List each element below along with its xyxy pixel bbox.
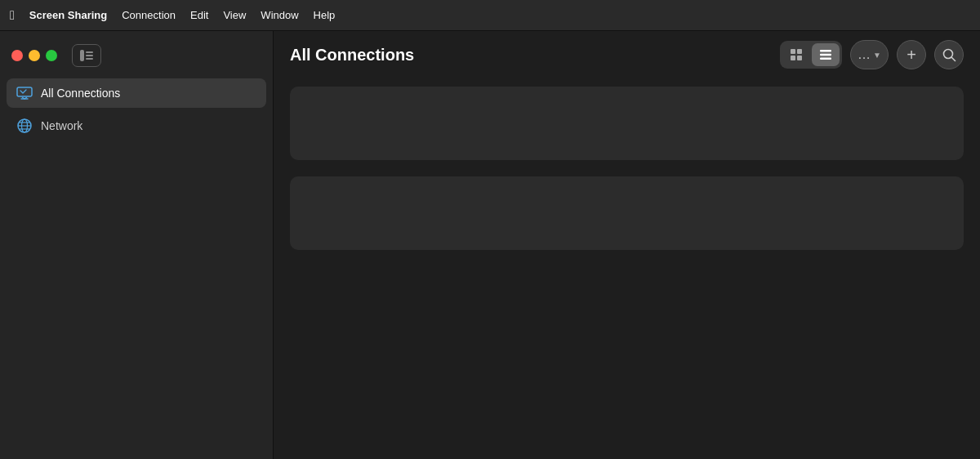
- grid-icon: [790, 48, 803, 61]
- menubar-connection[interactable]: Connection: [122, 9, 176, 21]
- sidebar: All Connections Network: [0, 31, 274, 459]
- menubar-help[interactable]: Help: [314, 9, 336, 21]
- add-button[interactable]: +: [897, 40, 926, 69]
- svg-rect-10: [797, 56, 802, 60]
- connection-card-1[interactable]: [290, 87, 964, 160]
- menubar:  Screen Sharing Connection Edit View Wi…: [0, 0, 980, 31]
- sidebar-toolbar: [0, 39, 273, 78]
- svg-rect-3: [86, 58, 93, 60]
- grid-view-button[interactable]: [782, 43, 810, 66]
- more-options-icon: …: [858, 47, 871, 62]
- svg-rect-0: [80, 50, 84, 61]
- apple-menu[interactable]: : [10, 8, 15, 23]
- content-toolbar: All Connections: [274, 31, 980, 78]
- sidebar-navigation: All Connections Network: [0, 78, 273, 140]
- page-title: All Connections: [290, 46, 414, 65]
- list-icon: [819, 48, 832, 61]
- connection-card-2[interactable]: [290, 176, 964, 250]
- view-toggle: [780, 41, 842, 69]
- maximize-button[interactable]: [46, 50, 57, 61]
- app-window: All Connections Network All: [0, 31, 980, 459]
- svg-rect-7: [791, 49, 795, 54]
- sidebar-all-connections-label: All Connections: [41, 87, 120, 100]
- svg-rect-2: [86, 55, 93, 56]
- sidebar-item-network[interactable]: Network: [7, 111, 266, 140]
- sidebar-item-all-connections[interactable]: All Connections: [7, 78, 266, 108]
- svg-point-14: [943, 49, 952, 58]
- svg-rect-11: [820, 50, 831, 52]
- chevron-down-icon: ▼: [873, 51, 881, 60]
- traffic-lights: [11, 50, 57, 61]
- main-content: All Connections: [274, 31, 980, 459]
- content-area: [274, 78, 980, 459]
- sidebar-network-label: Network: [41, 119, 82, 132]
- svg-rect-8: [797, 49, 802, 54]
- svg-rect-12: [820, 54, 831, 56]
- svg-rect-13: [820, 58, 831, 60]
- toolbar-actions: … ▼ +: [780, 40, 964, 69]
- monitor-icon: [16, 85, 33, 101]
- menubar-screen-sharing[interactable]: Screen Sharing: [29, 9, 107, 21]
- minimize-button[interactable]: [29, 50, 40, 61]
- list-view-button[interactable]: [812, 43, 840, 66]
- plus-icon: +: [906, 47, 916, 63]
- svg-rect-9: [791, 56, 795, 60]
- menubar-window[interactable]: Window: [261, 9, 298, 21]
- close-button[interactable]: [11, 50, 23, 61]
- sidebar-toggle-icon: [80, 50, 93, 61]
- menubar-view[interactable]: View: [223, 9, 246, 21]
- menubar-edit[interactable]: Edit: [190, 9, 208, 21]
- svg-rect-1: [86, 51, 93, 53]
- sidebar-toggle-button[interactable]: [72, 44, 101, 67]
- search-icon: [942, 48, 956, 62]
- globe-icon: [16, 118, 33, 134]
- search-button[interactable]: [934, 40, 964, 69]
- more-options-button[interactable]: … ▼: [850, 40, 889, 69]
